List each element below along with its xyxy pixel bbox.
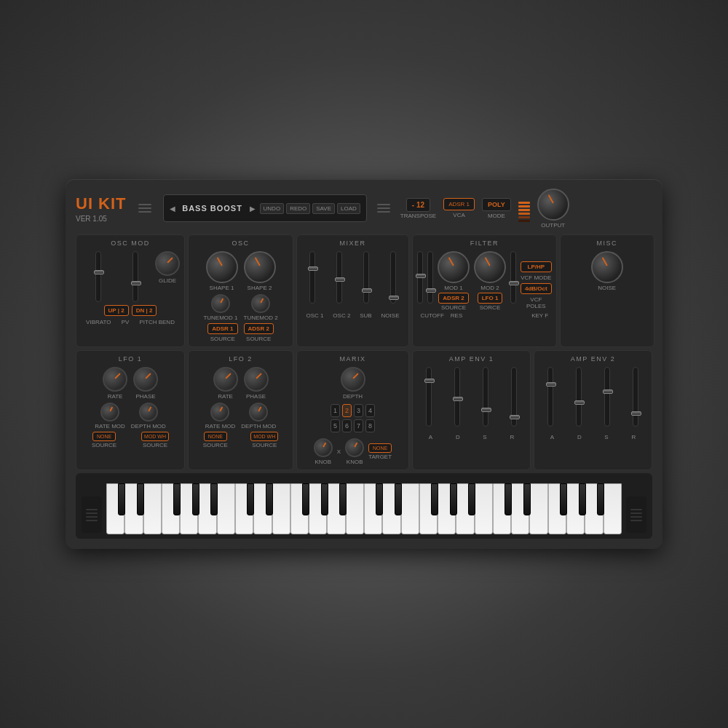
matrix-btn-3[interactable]: 3: [354, 404, 363, 417]
pv-fader[interactable]: [118, 251, 152, 302]
osc-adsr2-button[interactable]: ADSR 2: [244, 323, 274, 334]
output-knob[interactable]: [537, 189, 569, 221]
matrix-btn-7[interactable]: 7: [354, 419, 363, 432]
lfo2-rate-knob[interactable]: [213, 367, 238, 392]
black-key-2-5[interactable]: [468, 483, 475, 515]
matrix-btn-2[interactable]: 2: [342, 404, 352, 417]
amp2-a-track[interactable]: [547, 367, 553, 427]
marix-target-button[interactable]: NONE: [368, 443, 392, 453]
res-fader-track[interactable]: [427, 251, 433, 304]
noise-fader-thumb[interactable]: [389, 296, 399, 300]
black-key-3-0[interactable]: [505, 483, 512, 515]
poles-fader-thumb[interactable]: [509, 281, 519, 285]
black-key-1-0[interactable]: [247, 483, 254, 515]
preset-next-button[interactable]: ▶: [250, 205, 256, 213]
marix-depth-knob[interactable]: [341, 367, 365, 392]
cutoff-fader-track[interactable]: [417, 251, 423, 304]
matrix-btn-4[interactable]: 4: [365, 404, 375, 417]
lfo1-rate-knob[interactable]: [103, 367, 127, 392]
black-key-3-3[interactable]: [560, 483, 567, 515]
key-e4[interactable]: [529, 483, 547, 534]
osc2-fader-track[interactable]: [336, 251, 342, 304]
black-key-2-1[interactable]: [395, 483, 402, 515]
matrix-btn-1[interactable]: 1: [331, 404, 340, 417]
black-key-2-3[interactable]: [431, 483, 438, 515]
lphp-button[interactable]: LP/HP: [521, 261, 552, 272]
poles-fader-track[interactable]: [510, 251, 516, 304]
key-e2[interactable]: [272, 483, 290, 534]
amp2-s-track[interactable]: [604, 367, 610, 427]
black-key-1-5[interactable]: [339, 483, 347, 515]
lfo1-source2-button[interactable]: MOD WH: [141, 432, 169, 441]
osc-adsr1-button[interactable]: ADSR 1: [207, 323, 237, 334]
filter-mod2-knob[interactable]: [474, 251, 506, 283]
osc2-fader[interactable]: [328, 251, 349, 304]
amp2-d-fader[interactable]: [567, 367, 590, 427]
matrix-btn-6[interactable]: 6: [342, 419, 352, 432]
key-b3[interactable]: [475, 483, 493, 534]
amp2-a-fader[interactable]: [539, 367, 561, 427]
black-key-0-5[interactable]: [210, 483, 218, 515]
black-key-0-4[interactable]: [192, 483, 199, 515]
filter-lfo1-button[interactable]: LFO 1: [478, 293, 503, 304]
marix-knob1[interactable]: [314, 438, 333, 457]
lfo1-depth-mod-knob[interactable]: [139, 403, 158, 422]
pv-fader-thumb[interactable]: [131, 281, 141, 285]
shape2-knob[interactable]: [244, 251, 276, 283]
pv-fader-track[interactable]: [132, 251, 138, 302]
amp1-r-track[interactable]: [511, 367, 517, 427]
lfo2-depth-mod-knob[interactable]: [249, 403, 268, 422]
amp2-s-fader[interactable]: [596, 367, 619, 427]
black-key-1-1[interactable]: [266, 483, 273, 515]
key-e1[interactable]: [143, 483, 162, 534]
up-button[interactable]: UP | 2: [104, 305, 129, 316]
load-button[interactable]: LOAD: [337, 203, 360, 214]
vibrato-fader-thumb[interactable]: [94, 270, 104, 274]
preset-prev-button[interactable]: ◀: [170, 205, 175, 213]
save-button[interactable]: SAVE: [312, 203, 335, 214]
amp1-d-track[interactable]: [454, 367, 460, 427]
cutoff-fader-thumb[interactable]: [416, 274, 426, 278]
poles-button[interactable]: 4dB/Oct: [521, 283, 552, 294]
black-key-3-1[interactable]: [523, 483, 531, 515]
lfo2-source1-button[interactable]: NONE: [204, 432, 227, 441]
amp1-r-fader[interactable]: [503, 367, 526, 427]
amp1-s-fader[interactable]: [475, 367, 497, 427]
tunemod1-knob[interactable]: [211, 294, 230, 313]
black-key-0-0[interactable]: [118, 483, 125, 515]
shape1-knob[interactable]: [206, 251, 238, 283]
black-key-2-4[interactable]: [450, 483, 457, 515]
sub-fader[interactable]: [356, 251, 377, 304]
black-key-0-1[interactable]: [137, 483, 144, 515]
key-b2[interactable]: [346, 483, 364, 534]
noise-fader[interactable]: [383, 251, 404, 304]
poly-button[interactable]: POLY: [482, 198, 511, 211]
amp2-d-track[interactable]: [576, 367, 582, 427]
res-fader-thumb[interactable]: [426, 288, 436, 293]
black-key-3-4[interactable]: [579, 483, 586, 515]
amp2-a-thumb[interactable]: [546, 382, 556, 387]
menu-icon-2[interactable]: [377, 204, 390, 213]
black-key-0-3[interactable]: [173, 483, 181, 515]
dn-button[interactable]: DN | 2: [132, 305, 157, 316]
lfo1-rate-mod-knob[interactable]: [100, 403, 119, 422]
matrix-btn-8[interactable]: 8: [365, 419, 375, 432]
matrix-btn-5[interactable]: 5: [331, 419, 340, 432]
amp2-d-thumb[interactable]: [574, 400, 585, 405]
black-key-1-3[interactable]: [302, 483, 309, 515]
lfo2-phase-knob[interactable]: [244, 367, 269, 392]
amp1-r-thumb[interactable]: [510, 415, 520, 419]
amp1-s-thumb[interactable]: [481, 408, 491, 412]
menu-icon[interactable]: [138, 204, 151, 213]
osc1-fader-thumb[interactable]: [308, 266, 318, 271]
amp1-d-fader[interactable]: [446, 367, 468, 427]
amp2-r-track[interactable]: [633, 367, 638, 427]
amp1-a-thumb[interactable]: [424, 379, 435, 383]
vibrato-fader[interactable]: [81, 251, 115, 302]
lfo2-rate-mod-knob[interactable]: [210, 403, 229, 422]
osc1-fader[interactable]: [301, 251, 323, 304]
key-b1[interactable]: [217, 483, 235, 534]
filter-adsr2-button[interactable]: ADSR 2: [438, 293, 468, 304]
amp1-a-track[interactable]: [426, 367, 432, 427]
osc2-fader-thumb[interactable]: [335, 277, 345, 282]
